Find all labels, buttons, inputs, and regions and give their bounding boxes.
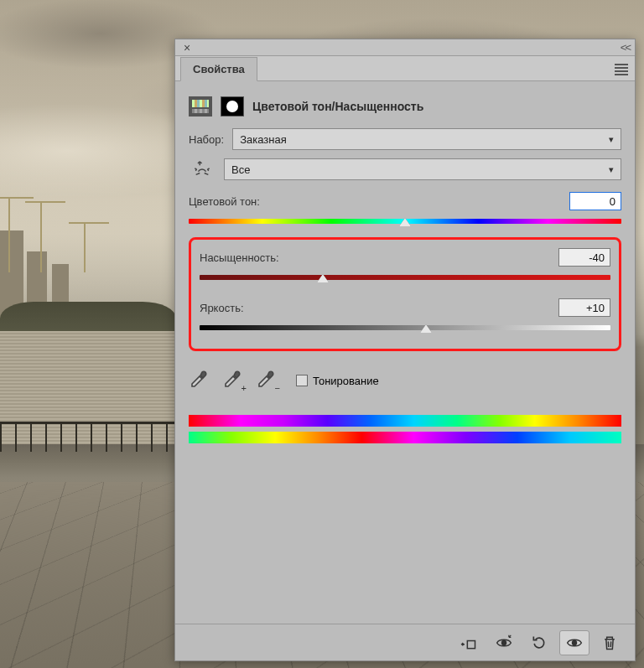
close-icon[interactable]: × [180, 41, 194, 54]
input-spectrum-bar [189, 415, 621, 427]
svg-rect-0 [467, 640, 475, 648]
panel-footer [175, 624, 635, 660]
highlight-annotation: Насыщенность: Яркость: [189, 237, 621, 351]
hue-thumb[interactable] [399, 218, 411, 228]
chevron-down-icon: ▾ [609, 134, 614, 145]
color-range-select[interactable]: Все ▾ [224, 158, 621, 180]
saturation-slider-block: Насыщенность: [200, 248, 610, 287]
panel-body: Набор: Заказная ▾ Все ▾ [175, 128, 635, 624]
tab-properties[interactable]: Свойства [180, 57, 257, 81]
tab-label: Свойства [193, 63, 245, 75]
properties-panel: × << Свойства Цветовой тон/Насыщенность … [174, 39, 636, 661]
preset-label: Набор: [189, 133, 224, 146]
colorize-label: Тонирование [313, 375, 379, 387]
clip-to-layer-icon[interactable] [454, 630, 484, 655]
lightness-slider[interactable] [200, 322, 610, 337]
checkbox-icon [296, 375, 308, 386]
railing [0, 415, 176, 457]
lightness-input[interactable] [558, 298, 610, 317]
trash-icon[interactable] [595, 630, 625, 655]
preset-value: Заказная [240, 133, 287, 146]
panel-tabbar: Свойства [175, 56, 635, 81]
panel-titlebar: × << [175, 39, 635, 56]
hue-slider-block: Цветовой тон: [189, 192, 621, 230]
hue-input[interactable] [569, 192, 621, 210]
eyedropper-row: + − Тонирование [189, 370, 621, 391]
output-spectrum-bar [189, 432, 621, 443]
adjustment-header: Цветовой тон/Насыщенность [175, 81, 635, 128]
eyedropper-add-icon[interactable]: + [222, 370, 244, 391]
hue-sat-icon [189, 96, 212, 117]
hue-slider[interactable] [189, 215, 621, 230]
saturation-slider[interactable] [200, 272, 610, 287]
svg-point-2 [573, 640, 577, 645]
preset-row: Набор: Заказная ▾ [189, 128, 621, 150]
spectrum-bars [189, 415, 621, 443]
hue-label: Цветовой тон: [189, 195, 260, 208]
collapse-icon[interactable]: << [621, 41, 630, 54]
lightness-slider-block: Яркость: [200, 298, 610, 337]
colorize-checkbox[interactable]: Тонирование [296, 375, 379, 387]
trees [0, 302, 176, 335]
svg-point-1 [502, 640, 506, 645]
lightness-label: Яркость: [200, 302, 244, 314]
view-previous-icon[interactable] [489, 630, 519, 655]
range-value: Все [231, 163, 250, 176]
layer-mask-icon[interactable] [221, 96, 244, 117]
eyedropper-subtract-icon[interactable]: − [256, 370, 278, 391]
visibility-icon[interactable] [559, 630, 589, 655]
saturation-thumb[interactable] [317, 274, 329, 284]
reset-icon[interactable] [524, 630, 554, 655]
saturation-input[interactable] [558, 248, 610, 267]
range-row: Все ▾ [189, 158, 621, 180]
targeted-adjust-icon[interactable] [189, 159, 216, 179]
chevron-down-icon: ▾ [609, 164, 614, 175]
preset-select[interactable]: Заказная ▾ [232, 128, 621, 150]
eyedropper-icon[interactable] [189, 370, 210, 391]
saturation-label: Насыщенность: [200, 251, 279, 264]
lightness-thumb[interactable] [420, 324, 432, 334]
adjustment-title: Цветовой тон/Насыщенность [252, 100, 423, 113]
panel-menu-icon[interactable] [615, 62, 628, 77]
